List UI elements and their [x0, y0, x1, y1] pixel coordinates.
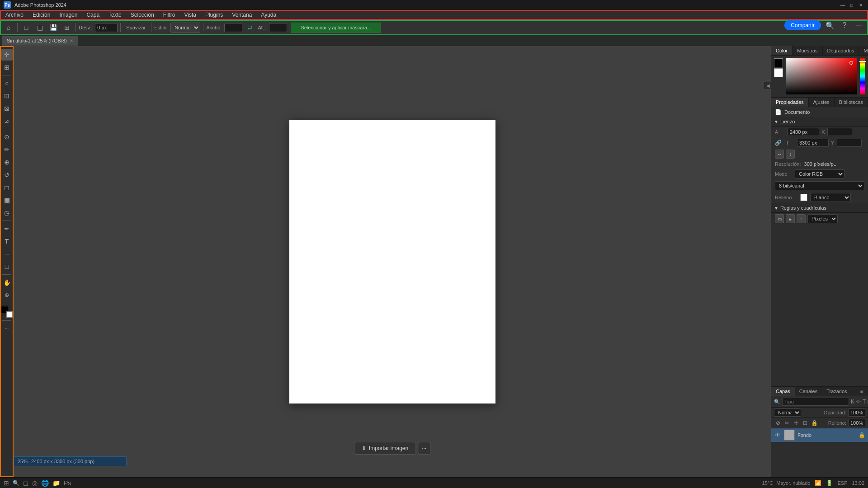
layers-panel-menu-icon[interactable]: ≡: [857, 387, 866, 396]
guides-btn[interactable]: +: [797, 214, 806, 223]
mask-button[interactable]: Seleccionar y aplicar máscara...: [291, 23, 381, 33]
grid-btn[interactable]: #: [786, 214, 795, 223]
menu-item-capa[interactable]: Capa: [82, 11, 104, 19]
layer-filter-edit-icon[interactable]: ✏: [856, 398, 861, 406]
artboard-tool-btn[interactable]: ⊞: [1, 61, 13, 73]
move-tool-btn[interactable]: ✛: [1, 49, 13, 61]
gradient-btn[interactable]: ▦: [1, 194, 13, 206]
taskbar-icon-5[interactable]: Ps: [64, 479, 71, 487]
crop-tool-btn[interactable]: ⊠: [1, 103, 13, 114]
menu-item-texto[interactable]: Texto: [104, 11, 126, 19]
panel-collapse-btn[interactable]: ◀: [764, 82, 771, 89]
taskbar-icon-4[interactable]: 📁: [52, 479, 60, 487]
rulers-btn[interactable]: ▭: [775, 214, 784, 223]
taskbar-icon-3[interactable]: 🌐: [41, 479, 49, 487]
canvas-fit-width-btn[interactable]: ↔: [775, 150, 784, 159]
history-brush-btn[interactable]: ↺: [1, 169, 13, 181]
maximize-button[interactable]: □: [848, 1, 855, 9]
rectangle-btn[interactable]: □: [1, 261, 13, 272]
object-select-btn[interactable]: ⊡: [1, 90, 13, 102]
background-color-swatch[interactable]: [774, 68, 783, 77]
open-btn[interactable]: ◫: [34, 22, 46, 33]
hand-btn[interactable]: ✋: [1, 277, 13, 288]
lock-transparent-icon[interactable]: ⊘: [774, 419, 782, 427]
bits-select[interactable]: 8 bits/canal: [775, 181, 864, 190]
layer-filter-type-icon[interactable]: K: [851, 398, 854, 406]
desv-input[interactable]: [95, 23, 118, 32]
lock-artboard-icon[interactable]: ⊡: [801, 419, 809, 427]
more-button[interactable]: ···: [854, 20, 864, 31]
lock-position-icon[interactable]: ✛: [792, 419, 800, 427]
layer-visibility-toggle[interactable]: 👁: [774, 432, 781, 439]
pixeles-select[interactable]: Píxeles: [807, 214, 838, 223]
estilo-select[interactable]: Normal: [170, 23, 200, 33]
text-btn[interactable]: T: [1, 235, 13, 247]
menu-item-ventana[interactable]: Ventana: [227, 11, 256, 19]
spot-heal-btn[interactable]: ⊙: [1, 131, 13, 143]
home-btn[interactable]: ⌂: [3, 22, 14, 33]
more-tools-btn[interactable]: ···: [1, 323, 13, 334]
color-gradient-picker[interactable]: [786, 58, 857, 94]
hue-slider[interactable]: [860, 58, 865, 94]
search-button[interactable]: 🔍: [825, 20, 835, 31]
muestras-tab[interactable]: Muestras: [793, 46, 822, 55]
menu-item-selección[interactable]: Selección: [126, 11, 159, 19]
taskbar-icon-1[interactable]: ◻: [23, 479, 28, 487]
tab-close-btn[interactable]: ✕: [70, 38, 73, 43]
canvas-fit-height-btn[interactable]: ↕: [786, 150, 795, 159]
lock-all-icon[interactable]: 🔒: [810, 419, 818, 427]
menu-item-edición[interactable]: Edición: [28, 11, 55, 19]
lock-link-icon[interactable]: 🔗: [775, 140, 782, 146]
eyedropper-btn[interactable]: ⊿: [1, 115, 13, 127]
share-button[interactable]: Compartir: [784, 20, 821, 30]
swap-btn[interactable]: ⇄: [244, 22, 256, 33]
start-icon[interactable]: ⊞: [4, 479, 9, 487]
suavizar-btn[interactable]: Suavizar: [123, 22, 148, 33]
degradados-tab[interactable]: Degradados: [823, 46, 859, 55]
lasso-tool-btn[interactable]: ○: [1, 77, 13, 89]
help-button[interactable]: ?: [839, 20, 850, 31]
fill-input[interactable]: [848, 419, 865, 427]
capas-tab[interactable]: Capas: [771, 387, 795, 396]
x-coord-input[interactable]: [827, 128, 852, 136]
lock-pixels-icon[interactable]: ✏: [783, 419, 791, 427]
trazados-tab[interactable]: Trazados: [822, 387, 851, 396]
bibliotecas-tab[interactable]: Bibliotecas: [835, 98, 868, 107]
save-btn[interactable]: 💾: [47, 22, 59, 33]
relleno-swatch[interactable]: [800, 194, 807, 201]
alto-input[interactable]: [269, 23, 287, 32]
layers-search-input[interactable]: [782, 398, 849, 406]
close-button[interactable]: ✕: [857, 1, 864, 9]
brush-btn[interactable]: ✏: [1, 144, 13, 155]
dodge-btn[interactable]: ◷: [1, 207, 13, 219]
search-taskbar-icon[interactable]: 🔍: [13, 480, 19, 486]
taskbar-icon-2[interactable]: ◎: [32, 479, 38, 487]
tab-document[interactable]: Sin título-1 al 25% (RGB/8) ✕: [2, 36, 78, 46]
foreground-color-swatch[interactable]: [774, 58, 783, 67]
canales-tab[interactable]: Canales: [795, 387, 822, 396]
y-coord-input[interactable]: [837, 139, 862, 147]
import-image-button[interactable]: ⬇ Importar imagen: [354, 442, 416, 455]
menu-item-plugins[interactable]: Plugins: [201, 11, 227, 19]
new-btn[interactable]: □: [20, 22, 32, 33]
eraser-btn[interactable]: ◻: [1, 182, 13, 193]
menu-item-ayuda[interactable]: Ayuda: [256, 11, 281, 19]
pen-btn[interactable]: ✒: [1, 223, 13, 235]
layer-item-fondo[interactable]: 👁 Fondo 🔒: [771, 428, 868, 442]
color-tab[interactable]: Color: [771, 46, 793, 55]
modo-select[interactable]: Color RGB: [795, 169, 844, 178]
path-select-btn[interactable]: →: [1, 248, 13, 260]
relleno-select[interactable]: Blanco: [810, 193, 851, 202]
w-input[interactable]: [788, 128, 819, 136]
opacity-input[interactable]: [848, 408, 865, 417]
bg-swatch[interactable]: [6, 311, 13, 318]
import-more-button[interactable]: ···: [418, 442, 430, 455]
menu-item-filtro[interactable]: Filtro: [159, 11, 180, 19]
menu-item-vista[interactable]: Vista: [179, 11, 200, 19]
menu-item-archivo[interactable]: Archivo: [1, 11, 28, 19]
minimize-button[interactable]: —: [839, 1, 846, 9]
zoom-btn[interactable]: ⊕: [1, 289, 13, 301]
menu-item-imagen[interactable]: Imagen: [55, 11, 82, 19]
h-input[interactable]: [797, 139, 829, 147]
layer-filter-text-icon[interactable]: T: [863, 398, 866, 406]
